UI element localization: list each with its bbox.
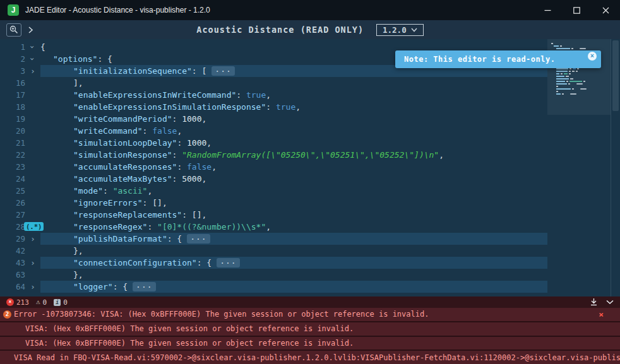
editor-line[interactable]: 21"simulationLoopDelay": 1000,: [0, 137, 547, 149]
fold-gutter: ›: [25, 281, 40, 293]
code-text: "simulationLoopDelay": 1000,: [40, 137, 547, 149]
line-number: 1: [0, 41, 25, 53]
editor-line[interactable]: 27"responseReplacements": [],: [0, 209, 547, 221]
editor-line[interactable]: 20"writeCommand": false,: [0, 125, 547, 137]
fold-gutter: [25, 77, 40, 89]
editor-line[interactable]: 25"mode": "ascii",: [0, 185, 547, 197]
code-text: "logger": {···: [40, 281, 547, 293]
line-number: 18: [0, 101, 25, 113]
minimize-button[interactable]: [533, 0, 562, 20]
fold-collapsed-icon[interactable]: ›: [30, 257, 35, 269]
console-row[interactable]: VISA: (Hex 0xBFFF000E) The given session…: [0, 322, 620, 336]
editor-line[interactable]: 24"accumulateMaxBytes": 5000,: [0, 173, 547, 185]
fold-gutter: [25, 101, 40, 113]
version-value: 1.2.0: [383, 25, 407, 35]
toolbar-left-icons: [6, 23, 33, 37]
editor-line[interactable]: 23"accumulateResponses": false,: [0, 161, 547, 173]
console-row[interactable]: VISA: (Hex 0xBFFF000E) The given session…: [0, 337, 620, 350]
minimap[interactable]: [547, 39, 611, 296]
line-number: 22: [0, 149, 25, 161]
editor-line[interactable]: 18"enableExpressionsInSimulationResponse…: [0, 101, 547, 113]
gutter: 23: [0, 161, 40, 173]
gutter: 16: [0, 77, 40, 89]
fold-gutter: ›: [25, 65, 40, 77]
warning-count-group[interactable]: ⚠ 0: [36, 298, 47, 307]
scrollbar-thumb[interactable]: [612, 40, 619, 111]
editor-line[interactable]: 17"enableExpressionsInWriteCommand": tru…: [0, 89, 547, 101]
close-button[interactable]: [591, 0, 620, 20]
gutter: 22: [0, 149, 40, 161]
fold-gutter: ›: [25, 233, 40, 245]
next-chevron-icon[interactable]: [28, 26, 33, 34]
fold-gutter: [25, 125, 40, 137]
line-number: 64: [0, 281, 25, 293]
editor-line[interactable]: 42},: [0, 245, 547, 257]
code-text: ],: [40, 77, 547, 89]
console-message: VISA: (Hex 0xBFFF000E) The given session…: [25, 324, 354, 333]
regex-lens-badge: (.*): [24, 222, 44, 231]
toast-close-icon[interactable]: ×: [588, 52, 597, 61]
editor-line[interactable]: 19"writeCommandPeriod": 1000,: [0, 113, 547, 125]
gutter: 64›: [0, 281, 40, 293]
console-message: Error -1073807346: VISA: (Hex 0xBFFF000E…: [14, 310, 429, 319]
console-row[interactable]: VISA Read in FBQ-VISA-Read.vi:5970002->@…: [0, 351, 620, 364]
error-count: 213: [16, 298, 29, 307]
gutter: 3›: [0, 65, 40, 77]
window-title: JADE Editor - Acoustic Distance - visa-p…: [25, 6, 210, 15]
scroll-to-bottom-icon[interactable]: [590, 298, 597, 306]
gutter: 24: [0, 173, 40, 185]
fold-gutter: [25, 245, 40, 257]
fold-expanded-icon[interactable]: ›: [27, 45, 39, 50]
warning-count: 0: [43, 298, 47, 307]
error-console: 2Error -1073807346: VISA: (Hex 0xBFFF000…: [0, 308, 620, 364]
editor-line[interactable]: 29›"publishDataFormat": {···: [0, 233, 547, 245]
gutter: 19: [0, 113, 40, 125]
editor-line[interactable]: 28(.*)"responseRegex": "[0]*((?&number))…: [0, 221, 547, 233]
fold-gutter: [25, 113, 40, 125]
zoom-in-button[interactable]: [6, 23, 21, 37]
line-number: 17: [0, 89, 25, 101]
code-text: "writeCommand": false,: [40, 125, 547, 137]
editor-line[interactable]: 43›"connectionConfiguration": {···: [0, 257, 547, 269]
fold-expanded-icon[interactable]: ›: [27, 57, 39, 62]
code-text: },: [40, 245, 547, 257]
collapse-panel-icon[interactable]: [606, 300, 614, 305]
gutter: 63: [0, 269, 40, 281]
vertical-scrollbar[interactable]: [611, 39, 620, 296]
magnifier-plus-icon: [9, 25, 18, 34]
line-number: 26: [0, 197, 25, 209]
fold-gutter: [25, 185, 40, 197]
info-count-group[interactable]: i 0: [54, 298, 68, 307]
editor-line[interactable]: 26"ignoreErrors": [],: [0, 197, 547, 209]
code-text: "accumulateMaxBytes": 5000,: [40, 173, 547, 185]
fold-collapsed-icon[interactable]: ›: [30, 233, 35, 245]
editor-line[interactable]: 64›"logger": {···: [0, 281, 547, 293]
fold-gutter: ›: [25, 257, 40, 269]
line-number: 63: [0, 269, 25, 281]
code-text: "publishDataFormat": {···: [40, 233, 547, 245]
editor-line[interactable]: 22"simulationResponse": "RandomFromArray…: [0, 149, 547, 161]
code-text: "ignoreErrors": [],: [40, 197, 547, 209]
code-text: "mode": "ascii",: [40, 185, 547, 197]
maximize-button[interactable]: [562, 0, 591, 20]
console-close-icon[interactable]: ×: [599, 310, 604, 319]
editor-line[interactable]: 16],: [0, 77, 547, 89]
gutter: 26: [0, 197, 40, 209]
fold-gutter: [25, 173, 40, 185]
version-dropdown[interactable]: 1.2.0: [376, 24, 424, 36]
gutter: 29›: [0, 233, 40, 245]
fold-collapsed-icon[interactable]: ›: [30, 65, 35, 77]
gutter: 42: [0, 245, 40, 257]
gutter: 20: [0, 125, 40, 137]
gutter: 1›: [0, 41, 40, 53]
line-number: 2: [0, 53, 25, 65]
console-row[interactable]: 2Error -1073807346: VISA: (Hex 0xBFFF000…: [0, 308, 620, 321]
line-number: 3: [0, 65, 25, 77]
code-lines[interactable]: 1›{2›"options": {3›"initializationSequen…: [0, 39, 547, 296]
info-icon: i: [54, 299, 61, 306]
code-text: "connectionConfiguration": {···: [40, 257, 547, 269]
fold-collapsed-icon[interactable]: ›: [30, 281, 35, 293]
editor-line[interactable]: 63},: [0, 269, 547, 281]
error-count-group[interactable]: × 213: [6, 298, 29, 307]
gutter: 2›: [0, 53, 40, 65]
